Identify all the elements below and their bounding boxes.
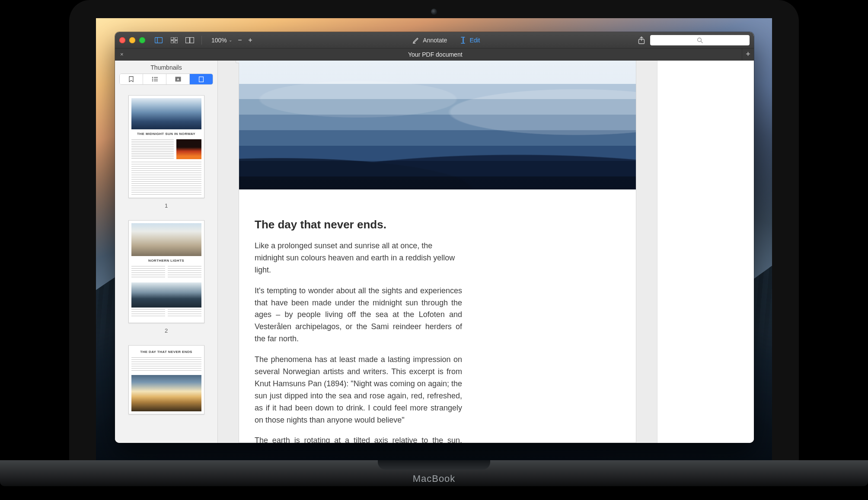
camera-dot <box>431 9 437 15</box>
thumbnail-page-number: 1 <box>165 202 168 209</box>
thumbnail-image <box>131 282 201 308</box>
thumbnail-page-number: 2 <box>165 327 168 334</box>
paragraph: Like a prolonged sunset and sunrise all … <box>255 240 462 276</box>
grid-icon <box>171 37 178 43</box>
search-field[interactable] <box>650 35 750 45</box>
document-viewer[interactable]: The day that never ends. Like a prolonge… <box>218 61 657 443</box>
page-text-content: The day that never ends. Like a prolonge… <box>239 189 478 443</box>
thumbnail-image <box>131 375 201 411</box>
laptop-notch <box>378 460 490 470</box>
app-body: Thumbnails A <box>115 61 754 443</box>
sidebar-mode-segmented: A <box>119 74 213 85</box>
toggle-sidebar-button[interactable] <box>153 35 164 45</box>
edit-mode-button[interactable]: Edit <box>460 37 480 44</box>
paragraph: The phenomena has at least made a lastin… <box>255 354 462 426</box>
screen: 100% ⌄ − + Annotate <box>96 18 772 460</box>
zoom-dropdown[interactable]: 100% ⌄ <box>210 36 234 45</box>
window-minimize-button[interactable] <box>129 37 135 43</box>
svg-rect-21 <box>199 77 204 82</box>
sidebar-icon <box>155 37 163 43</box>
zoom-in-button[interactable]: + <box>246 36 255 44</box>
document-tab[interactable]: × <box>115 48 129 60</box>
thumbnail-list[interactable]: THE MIDNIGHT SUN IN NORWAY 1 NORTHERN LI… <box>115 88 217 443</box>
tab-bar: × Your PDF document + <box>115 48 754 61</box>
window-maximize-button[interactable] <box>139 37 145 43</box>
window-traffic-lights <box>119 37 145 43</box>
thumbnail-image <box>131 98 201 129</box>
sidebar: Thumbnails A <box>115 61 218 443</box>
sidebar-title: Thumbnails <box>115 61 217 74</box>
document-page: The day that never ends. Like a prolonge… <box>239 61 636 443</box>
list-icon <box>152 77 158 82</box>
inspector-panel <box>657 61 754 443</box>
pencil-icon <box>412 37 419 44</box>
zoom-value: 100% <box>211 37 227 44</box>
toolbar: 100% ⌄ − + Annotate <box>115 32 754 48</box>
svg-text:A: A <box>177 77 179 81</box>
window-close-button[interactable] <box>119 37 125 43</box>
pdf-app-window: 100% ⌄ − + Annotate <box>115 32 754 443</box>
toolbar-center: Annotate Edit <box>259 37 634 44</box>
sidebar-thumbnails-tab[interactable] <box>190 74 213 84</box>
two-page-icon <box>185 37 194 43</box>
zoom-out-button[interactable]: − <box>236 36 244 44</box>
search-icon <box>697 37 703 43</box>
sidebar-bookmarks-tab[interactable] <box>120 74 143 84</box>
annotate-label: Annotate <box>423 37 447 44</box>
text-icon: A <box>175 77 181 82</box>
svg-rect-0 <box>155 37 163 43</box>
svg-rect-5 <box>175 41 178 43</box>
thumbnail-image <box>131 223 201 256</box>
tab-title: Your PDF document <box>129 48 742 60</box>
zoom-controls: 100% ⌄ − + <box>210 36 255 45</box>
edit-label: Edit <box>469 37 480 44</box>
thumbnail-inline-image <box>176 139 201 159</box>
paragraph: It's tempting to wonder about all the si… <box>255 285 462 345</box>
svg-rect-2 <box>171 37 174 40</box>
paragraph: The earth is rotating at a tilted axis r… <box>255 435 462 443</box>
svg-rect-4 <box>171 41 174 43</box>
chevron-down-icon: ⌄ <box>229 38 232 42</box>
annotate-mode-button[interactable]: Annotate <box>412 37 447 44</box>
share-icon <box>638 36 645 44</box>
laptop-frame: 100% ⌄ − + Annotate <box>69 0 799 460</box>
close-tab-icon[interactable]: × <box>120 51 124 58</box>
svg-point-15 <box>152 80 153 82</box>
thumbnail-page-1[interactable]: THE MIDNIGHT SUN IN NORWAY <box>128 95 204 198</box>
laptop-base: MacBook <box>0 460 868 486</box>
toolbar-right <box>638 35 750 45</box>
thumbnail-title: THE MIDNIGHT SUN IN NORWAY <box>131 132 201 136</box>
text-cursor-icon <box>460 37 466 44</box>
thumbnail-title: THE DAY THAT NEVER ENDS <box>131 350 201 354</box>
svg-rect-7 <box>190 37 194 43</box>
laptop-brand: MacBook <box>413 473 456 484</box>
svg-rect-3 <box>175 37 178 40</box>
page-icon <box>199 77 204 82</box>
share-button[interactable] <box>638 36 645 44</box>
toolbar-separator <box>201 36 202 45</box>
svg-point-13 <box>152 77 153 78</box>
view-two-page-button[interactable] <box>184 35 195 45</box>
page-heading: The day that never ends. <box>255 218 462 231</box>
bookmark-icon <box>129 76 134 82</box>
view-thumbnails-button[interactable] <box>169 35 180 45</box>
hero-image-mountains <box>239 61 636 189</box>
thumbnail-page-3[interactable]: THE DAY THAT NEVER ENDS <box>128 345 204 414</box>
svg-point-14 <box>152 79 153 80</box>
sidebar-outline-tab[interactable] <box>143 74 166 84</box>
svg-line-12 <box>701 41 703 43</box>
sidebar-annotations-tab[interactable]: A <box>166 74 190 84</box>
new-tab-button[interactable]: + <box>742 48 754 60</box>
svg-rect-6 <box>186 37 190 43</box>
thumbnail-title: NORTHERN LIGHTS <box>131 259 201 263</box>
thumbnail-page-2[interactable]: NORTHERN LIGHTS <box>128 220 204 323</box>
